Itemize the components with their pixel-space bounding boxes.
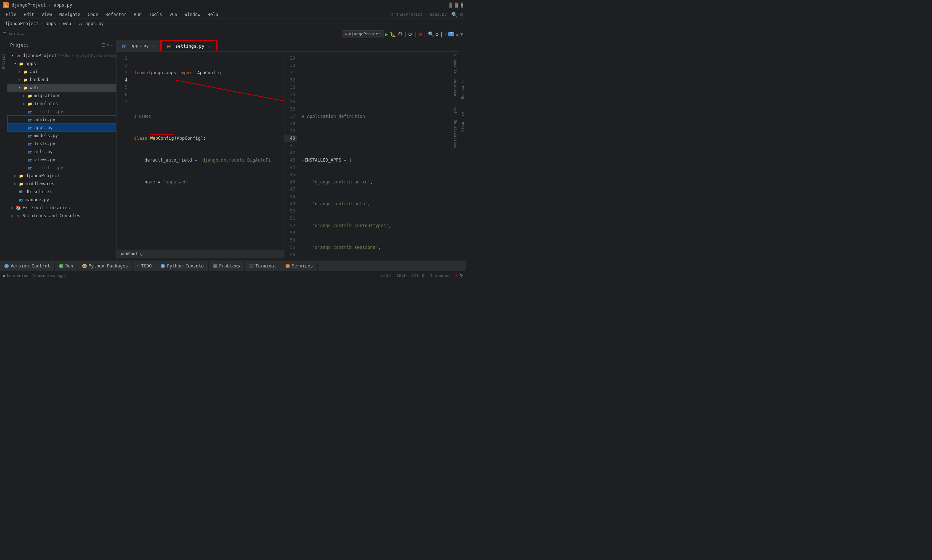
folder-icon: 📁 — [23, 77, 28, 83]
tabs-overflow[interactable]: ⋯ — [217, 40, 225, 51]
tree-item-testspy[interactable]: ▶ py tests.py — [7, 140, 116, 148]
menu-view[interactable]: View — [39, 11, 55, 18]
vcs-update[interactable]: ⟳ — [408, 31, 413, 37]
tab-settingspy[interactable]: py settings.py ✕ — [161, 40, 217, 51]
tree-item-modelspy[interactable]: ▶ py models.py — [7, 132, 116, 140]
breadcrumb-project[interactable]: djangoProject — [5, 21, 39, 26]
code-area-left[interactable]: 1 2 3 4 5 6 7 from d — [117, 52, 284, 249]
tree-item-managepy[interactable]: ▶ py manage.py — [7, 196, 116, 204]
bottom-tab-run[interactable]: ▶ Run — [55, 261, 78, 271]
connected-label: Connected (9 minutes ago) — [7, 273, 67, 278]
bottom-tab-python-console[interactable]: ● Python Console — [156, 261, 208, 271]
tree-item-external-libs[interactable]: ▶ 📚 External Libraries — [7, 204, 116, 212]
collapse-icon[interactable]: ▼ — [460, 31, 463, 37]
panel-database[interactable]: Database — [452, 76, 459, 98]
encoding-label: UTF-8 — [412, 273, 424, 278]
breadcrumb-web[interactable]: web — [63, 21, 71, 26]
todo-icon: ☑ — [137, 264, 139, 268]
code-line-7 — [134, 200, 284, 208]
maximize-button[interactable]: □ — [455, 3, 458, 8]
menu-file[interactable]: File — [3, 11, 19, 18]
title-bar-left: 🐍 djangoProject - apps.py — [3, 2, 72, 8]
sidebar-settings[interactable]: ⚙ — [107, 43, 109, 48]
tree-item-djangoproject2[interactable]: ▶ 📁 djangoProject — [7, 172, 116, 180]
run-config-btn[interactable]: ▶ djangoProject — [342, 30, 384, 38]
bottom-tab-services[interactable]: ⚙ Services — [281, 261, 318, 271]
tab-close-appspy[interactable]: ✕ — [151, 43, 156, 48]
settings-main[interactable]: ⚙ — [435, 31, 438, 37]
tree-item-init1[interactable]: ▶ py __init__.py — [7, 108, 116, 116]
sidebar-close[interactable]: — — [111, 43, 113, 48]
bottom-tab-version-control[interactable]: ↕ Version Control — [0, 261, 55, 271]
code-content-right[interactable]: # Application definition ⊟ INSTALLED_APP… — [299, 52, 452, 258]
code-area-right[interactable]: 29 30 31 32 33 34 35 36 37 38 39 — [284, 52, 452, 258]
vtab-structure[interactable]: Structure — [460, 109, 466, 135]
breadcrumb-file[interactable]: apps.py — [85, 21, 104, 26]
bottom-tab-todo[interactable]: ☑ TODO — [133, 261, 156, 271]
menu-refactor[interactable]: Refactor — [102, 11, 129, 18]
search-icon[interactable]: 🔍 — [451, 12, 457, 17]
tree-item-templates[interactable]: ▶ 📁 templates — [7, 100, 116, 108]
py-icon: py — [27, 149, 33, 155]
menu-window[interactable]: Window — [182, 11, 203, 18]
tree-item-apps[interactable]: ▾ 📁 apps — [7, 60, 116, 68]
bottom-tab-problems[interactable]: ⚠ Problems — [209, 261, 245, 271]
vtab-project[interactable]: Project — [1, 51, 6, 72]
tree-item-appspy[interactable]: ▶ py apps.py — [7, 124, 116, 132]
run-label: Run — [65, 263, 73, 269]
tree-item-init2[interactable]: ▶ py __init__.py — [7, 164, 116, 172]
sidebar-collapse-all[interactable]: ☰ — [101, 43, 105, 48]
code-line-2 — [134, 91, 284, 98]
menu-vcs[interactable]: VCS — [167, 11, 180, 18]
status-bar: ● Connected (9 minutes ago) 6:22 CRLF UT… — [0, 271, 466, 280]
vtab-bookmarks[interactable]: Bookmarks — [460, 76, 466, 102]
tree-item-sqlite[interactable]: ▶ db db.sqlite3 — [7, 188, 116, 196]
menu-run[interactable]: Run — [131, 11, 145, 18]
tree-item-scratches[interactable]: ▶ ✎ Scratches and Consoles — [7, 212, 116, 220]
py-icon: py — [27, 109, 33, 115]
tree-item-api[interactable]: ▶ 📁 api — [7, 68, 116, 76]
menu-bar: File Edit View Navigate Code Refactor Ru… — [0, 10, 466, 19]
status-encoding[interactable]: UTF-8 — [412, 273, 424, 278]
settings-icon[interactable]: ⚙ — [460, 12, 463, 17]
tree-item-migrations[interactable]: ▶ 📁 migrations — [7, 92, 116, 100]
status-position[interactable]: 6:22 — [381, 273, 391, 278]
menu-tools[interactable]: Tools — [146, 11, 165, 18]
menu-code[interactable]: Code — [85, 11, 101, 18]
panel-notifications[interactable]: Notifications — [452, 123, 459, 145]
code-content-left[interactable]: from django.apps import AppConfig 1 usag… — [131, 52, 284, 249]
tree-item-viewspy[interactable]: ▶ py views.py — [7, 156, 116, 164]
tree-label: apps — [26, 61, 36, 66]
status-linesep[interactable]: CRLF — [397, 273, 406, 278]
menu-edit[interactable]: Edit — [21, 11, 37, 18]
menu-navigate[interactable]: Navigate — [56, 11, 83, 18]
tree-item-web[interactable]: ▾ 📁 web — [7, 84, 116, 92]
close-button[interactable]: ✕ — [461, 3, 463, 8]
menu-help[interactable]: Help — [205, 11, 221, 18]
bottom-tab-python-packages[interactable]: 📦 Python Packages — [78, 261, 133, 271]
run-button[interactable]: ▶ — [385, 31, 388, 37]
tree-item-backend[interactable]: ▶ 📁 backend — [7, 76, 116, 84]
tree-item-djangoproject[interactable]: ▾ 🗂 djangoProject C:\Users\caiyo\Pycharm… — [7, 52, 116, 60]
tree-item-adminpy[interactable]: ▶ py admin.py — [7, 116, 116, 124]
breadcrumb-sep2: › — [58, 21, 61, 26]
tree-arrow: ▶ — [10, 206, 15, 210]
tree-item-urlspy[interactable]: ▶ py urls.py — [7, 148, 116, 156]
code-line-3: 1 usage — [134, 113, 284, 120]
tab-close-settingspy[interactable]: ✕ — [207, 44, 211, 49]
tab-label-settingspy: settings.py — [176, 44, 204, 49]
minimize-button[interactable]: ─ — [449, 3, 452, 8]
panel-git[interactable]: Git — [452, 100, 459, 122]
search-everywhere[interactable]: 🔍 — [428, 31, 434, 37]
tab-appspy[interactable]: py apps.py ✕ — [117, 40, 161, 51]
profile-button[interactable]: ⏱ — [397, 31, 403, 37]
debug-button[interactable]: 🐛 — [390, 31, 396, 37]
bottom-tab-terminal[interactable]: ⬛ Terminal — [245, 261, 281, 271]
vcs-counter: 2 — [448, 32, 454, 36]
stop-button[interactable]: ■ — [419, 31, 422, 37]
status-indent[interactable]: 4 spaces — [430, 273, 449, 278]
expand-icon[interactable]: ▲ — [456, 31, 458, 37]
panel-endpoints[interactable]: Endpoints — [452, 53, 459, 75]
tree-item-middlewares[interactable]: ▶ 📁 middlewares — [7, 180, 116, 188]
breadcrumb-apps[interactable]: apps — [46, 21, 56, 26]
